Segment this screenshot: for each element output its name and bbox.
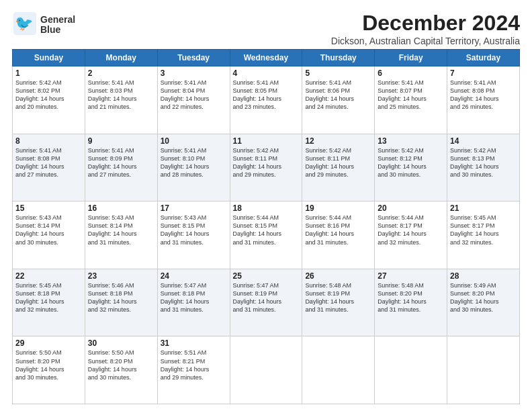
day-info: Sunrise: 5:41 AM Sunset: 8:08 PM Dayligh…: [15, 146, 82, 179]
day-info: Sunrise: 5:48 AM Sunset: 8:19 PM Dayligh…: [305, 281, 371, 314]
header: 🐦 General Blue December 2024 Dickson, Au…: [12, 11, 520, 46]
day-number: 7: [450, 68, 517, 78]
calendar-day-cell: 30Sunrise: 5:50 AM Sunset: 8:20 PM Dayli…: [85, 336, 157, 404]
calendar-day-cell: [302, 336, 375, 404]
day-number: 8: [15, 136, 82, 146]
calendar-day-cell: 5Sunrise: 5:41 AM Sunset: 8:06 PM Daylig…: [302, 66, 375, 134]
calendar-day-cell: 7Sunrise: 5:41 AM Sunset: 8:08 PM Daylig…: [447, 66, 520, 134]
day-number: 4: [233, 68, 300, 78]
calendar-day-cell: 3Sunrise: 5:41 AM Sunset: 8:04 PM Daylig…: [157, 66, 230, 134]
day-info: Sunrise: 5:47 AM Sunset: 8:19 PM Dayligh…: [233, 281, 300, 314]
subtitle: Dickson, Australian Capital Territory, A…: [331, 36, 520, 46]
day-info: Sunrise: 5:43 AM Sunset: 8:15 PM Dayligh…: [161, 214, 227, 246]
day-info: Sunrise: 5:45 AM Sunset: 8:17 PM Dayligh…: [450, 214, 517, 246]
calendar-day-cell: 13Sunrise: 5:42 AM Sunset: 8:12 PM Dayli…: [375, 134, 447, 201]
calendar-day-cell: 1Sunrise: 5:42 AM Sunset: 8:02 PM Daylig…: [13, 66, 85, 134]
calendar-day-cell: 26Sunrise: 5:48 AM Sunset: 8:19 PM Dayli…: [302, 269, 375, 336]
weekday-header-row: SundayMondayTuesdayWednesdayThursdayFrid…: [13, 50, 520, 66]
day-info: Sunrise: 5:43 AM Sunset: 8:14 PM Dayligh…: [15, 214, 82, 246]
day-number: 20: [378, 203, 444, 213]
day-number: 9: [88, 136, 154, 146]
weekday-header-cell: Saturday: [447, 50, 520, 66]
day-info: Sunrise: 5:48 AM Sunset: 8:20 PM Dayligh…: [378, 281, 444, 314]
day-number: 13: [378, 136, 444, 146]
day-number: 29: [15, 338, 82, 348]
day-number: 21: [450, 203, 517, 213]
calendar: SundayMondayTuesdayWednesdayThursdayFrid…: [12, 49, 520, 404]
calendar-body: 1Sunrise: 5:42 AM Sunset: 8:02 PM Daylig…: [13, 66, 520, 404]
day-number: 24: [161, 271, 227, 281]
day-info: Sunrise: 5:42 AM Sunset: 8:11 PM Dayligh…: [233, 146, 300, 179]
calendar-day-cell: 6Sunrise: 5:41 AM Sunset: 8:07 PM Daylig…: [375, 66, 447, 134]
day-info: Sunrise: 5:42 AM Sunset: 8:13 PM Dayligh…: [450, 146, 517, 179]
calendar-day-cell: 21Sunrise: 5:45 AM Sunset: 8:17 PM Dayli…: [447, 201, 520, 269]
calendar-day-cell: 28Sunrise: 5:49 AM Sunset: 8:20 PM Dayli…: [447, 269, 520, 336]
calendar-day-cell: 8Sunrise: 5:41 AM Sunset: 8:08 PM Daylig…: [13, 134, 85, 201]
calendar-day-cell: 31Sunrise: 5:51 AM Sunset: 8:21 PM Dayli…: [157, 336, 230, 404]
calendar-day-cell: 2Sunrise: 5:41 AM Sunset: 8:03 PM Daylig…: [85, 66, 157, 134]
title-block: December 2024 Dickson, Australian Capita…: [331, 11, 520, 46]
day-number: 31: [161, 338, 227, 348]
day-info: Sunrise: 5:41 AM Sunset: 8:03 PM Dayligh…: [88, 79, 154, 111]
day-info: Sunrise: 5:44 AM Sunset: 8:15 PM Dayligh…: [233, 214, 300, 246]
calendar-day-cell: 19Sunrise: 5:44 AM Sunset: 8:16 PM Dayli…: [302, 201, 375, 269]
day-info: Sunrise: 5:49 AM Sunset: 8:20 PM Dayligh…: [450, 281, 517, 314]
page: 🐦 General Blue December 2024 Dickson, Au…: [0, 0, 532, 411]
calendar-week-row: 1Sunrise: 5:42 AM Sunset: 8:02 PM Daylig…: [13, 66, 520, 134]
weekday-header-cell: Wednesday: [230, 50, 302, 66]
day-info: Sunrise: 5:44 AM Sunset: 8:16 PM Dayligh…: [305, 214, 371, 246]
day-number: 15: [15, 203, 82, 213]
day-info: Sunrise: 5:41 AM Sunset: 8:04 PM Dayligh…: [161, 79, 227, 111]
calendar-day-cell: 25Sunrise: 5:47 AM Sunset: 8:19 PM Dayli…: [230, 269, 302, 336]
calendar-day-cell: 15Sunrise: 5:43 AM Sunset: 8:14 PM Dayli…: [13, 201, 85, 269]
calendar-day-cell: 27Sunrise: 5:48 AM Sunset: 8:20 PM Dayli…: [375, 269, 447, 336]
logo-bird-icon: 🐦: [12, 11, 38, 39]
calendar-day-cell: 20Sunrise: 5:44 AM Sunset: 8:17 PM Dayli…: [375, 201, 447, 269]
day-number: 17: [161, 203, 227, 213]
calendar-day-cell: 4Sunrise: 5:41 AM Sunset: 8:05 PM Daylig…: [230, 66, 302, 134]
day-info: Sunrise: 5:44 AM Sunset: 8:17 PM Dayligh…: [378, 214, 444, 246]
calendar-day-cell: 22Sunrise: 5:45 AM Sunset: 8:18 PM Dayli…: [13, 269, 85, 336]
day-number: 18: [233, 203, 300, 213]
calendar-day-cell: 24Sunrise: 5:47 AM Sunset: 8:18 PM Dayli…: [157, 269, 230, 336]
weekday-header-cell: Monday: [85, 50, 157, 66]
day-info: Sunrise: 5:42 AM Sunset: 8:02 PM Dayligh…: [15, 79, 82, 111]
logo: 🐦 General Blue: [12, 11, 75, 39]
day-number: 19: [305, 203, 371, 213]
calendar-day-cell: 23Sunrise: 5:46 AM Sunset: 8:18 PM Dayli…: [85, 269, 157, 336]
day-info: Sunrise: 5:43 AM Sunset: 8:14 PM Dayligh…: [88, 214, 154, 246]
calendar-day-cell: 11Sunrise: 5:42 AM Sunset: 8:11 PM Dayli…: [230, 134, 302, 201]
calendar-day-cell: 9Sunrise: 5:41 AM Sunset: 8:09 PM Daylig…: [85, 134, 157, 201]
day-info: Sunrise: 5:41 AM Sunset: 8:10 PM Dayligh…: [161, 146, 227, 179]
calendar-week-row: 15Sunrise: 5:43 AM Sunset: 8:14 PM Dayli…: [13, 201, 520, 269]
day-info: Sunrise: 5:41 AM Sunset: 8:08 PM Dayligh…: [450, 79, 517, 111]
day-info: Sunrise: 5:50 AM Sunset: 8:20 PM Dayligh…: [88, 349, 154, 381]
day-number: 14: [450, 136, 517, 146]
day-info: Sunrise: 5:41 AM Sunset: 8:09 PM Dayligh…: [88, 146, 154, 179]
logo-text: General Blue: [40, 15, 75, 36]
calendar-day-cell: 14Sunrise: 5:42 AM Sunset: 8:13 PM Dayli…: [447, 134, 520, 201]
day-number: 12: [305, 136, 371, 146]
day-number: 16: [88, 203, 154, 213]
day-info: Sunrise: 5:41 AM Sunset: 8:05 PM Dayligh…: [233, 79, 300, 111]
day-info: Sunrise: 5:50 AM Sunset: 8:20 PM Dayligh…: [15, 349, 82, 381]
day-info: Sunrise: 5:41 AM Sunset: 8:06 PM Dayligh…: [305, 79, 371, 111]
main-title: December 2024: [331, 11, 520, 36]
day-number: 22: [15, 271, 82, 281]
calendar-day-cell: 10Sunrise: 5:41 AM Sunset: 8:10 PM Dayli…: [157, 134, 230, 201]
calendar-day-cell: 17Sunrise: 5:43 AM Sunset: 8:15 PM Dayli…: [157, 201, 230, 269]
calendar-day-cell: 12Sunrise: 5:42 AM Sunset: 8:11 PM Dayli…: [302, 134, 375, 201]
day-number: 26: [305, 271, 371, 281]
day-number: 27: [378, 271, 444, 281]
day-info: Sunrise: 5:45 AM Sunset: 8:18 PM Dayligh…: [15, 281, 82, 314]
day-number: 28: [450, 271, 517, 281]
svg-text:🐦: 🐦: [15, 14, 34, 32]
day-info: Sunrise: 5:46 AM Sunset: 8:18 PM Dayligh…: [88, 281, 154, 314]
calendar-day-cell: [447, 336, 520, 404]
day-info: Sunrise: 5:41 AM Sunset: 8:07 PM Dayligh…: [378, 79, 444, 111]
day-number: 2: [88, 68, 154, 78]
weekday-header-cell: Friday: [375, 50, 447, 66]
calendar-day-cell: 16Sunrise: 5:43 AM Sunset: 8:14 PM Dayli…: [85, 201, 157, 269]
weekday-header-cell: Thursday: [302, 50, 375, 66]
day-number: 10: [161, 136, 227, 146]
